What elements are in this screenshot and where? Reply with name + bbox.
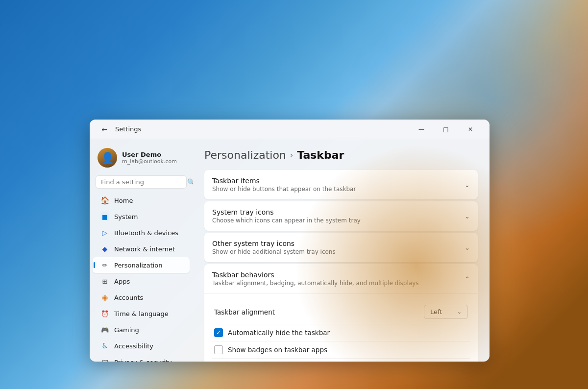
- avatar: [98, 148, 117, 168]
- taskbar-items-desc: Show or hide buttons that appear on the …: [212, 186, 356, 193]
- sidebar-item-gaming-label: Gaming: [114, 326, 139, 334]
- badges-checkbox[interactable]: [214, 345, 223, 354]
- sidebar-item-privacy[interactable]: 🛡 Privacy & security: [93, 354, 190, 362]
- sidebar-item-home[interactable]: 🏠 Home: [93, 193, 190, 208]
- search-icon: 🔍: [187, 178, 193, 186]
- taskbar-items-header[interactable]: Taskbar items Show or hide buttons that …: [204, 170, 478, 199]
- other-tray-section: Other system tray icons Show or hide add…: [204, 233, 478, 262]
- sidebar-item-gaming[interactable]: 🎮 Gaming: [93, 322, 190, 338]
- sidebar-item-personalization[interactable]: ✏ Personalization: [93, 257, 190, 273]
- home-icon: 🏠: [100, 196, 109, 205]
- taskbar-behaviors-section: Taskbar behaviors Taskbar alignment, bad…: [204, 264, 478, 362]
- user-profile: User Demo m_lab@outlook.com: [90, 143, 193, 175]
- taskbar-behaviors-desc: Taskbar alignment, badging, automaticall…: [212, 280, 419, 287]
- network-icon: ◆: [100, 244, 109, 253]
- time-icon: ⏰: [100, 309, 109, 318]
- taskbar-items-chevron-icon: ⌄: [465, 181, 470, 189]
- taskbar-behaviors-header[interactable]: Taskbar behaviors Taskbar alignment, bad…: [204, 264, 478, 294]
- badges-label: Show badges on taskbar apps: [228, 346, 327, 354]
- sidebar-item-accessibility[interactable]: ♿ Accessibility: [93, 338, 190, 354]
- window-title: Settings: [115, 125, 410, 133]
- checkmark-icon: ✓: [216, 329, 221, 336]
- title-bar: ← Settings — □ ✕: [90, 120, 490, 139]
- system-tray-header[interactable]: System tray icons Choose which icons can…: [204, 201, 478, 231]
- sidebar-item-bluetooth-label: Bluetooth & devices: [114, 229, 178, 237]
- taskbar-behaviors-title: Taskbar behaviors: [212, 271, 419, 279]
- sidebar-item-time-label: Time & language: [114, 310, 169, 317]
- search-box[interactable]: 🔍: [96, 175, 187, 189]
- sidebar-item-privacy-label: Privacy & security: [114, 359, 172, 362]
- main-content: Personalization › Taskbar Taskbar items …: [193, 139, 490, 362]
- apps-icon: ⊞: [100, 277, 109, 286]
- sidebar-item-apps-label: Apps: [114, 278, 130, 285]
- alignment-dropdown[interactable]: Left ⌄: [424, 305, 468, 319]
- taskbar-behaviors-info: Taskbar behaviors Taskbar alignment, bad…: [212, 271, 419, 287]
- autohide-row: ✓ Automatically hide the taskbar: [212, 324, 470, 341]
- system-tray-section: System tray icons Choose which icons can…: [204, 201, 478, 231]
- settings-window: ← Settings — □ ✕ User Demo m_l: [90, 120, 490, 362]
- privacy-icon: 🛡: [100, 358, 109, 362]
- other-tray-title: Other system tray icons: [212, 240, 336, 247]
- breadcrumb: Personalization › Taskbar: [204, 149, 478, 161]
- badges-row: Show badges on taskbar apps: [212, 341, 470, 359]
- taskbar-behaviors-chevron-icon: ⌃: [465, 275, 470, 283]
- sidebar-item-personalization-label: Personalization: [114, 262, 163, 269]
- alignment-label: Taskbar alignment: [214, 308, 275, 316]
- back-button[interactable]: ←: [98, 122, 111, 136]
- system-tray-chevron-icon: ⌄: [465, 213, 470, 220]
- other-tray-header[interactable]: Other system tray icons Show or hide add…: [204, 233, 478, 262]
- other-tray-chevron-icon: ⌄: [465, 244, 470, 251]
- sidebar-item-time[interactable]: ⏰ Time & language: [93, 306, 190, 321]
- system-tray-desc: Choose which icons can appear in the sys…: [212, 217, 361, 224]
- alignment-dropdown-chevron-icon: ⌄: [457, 309, 462, 315]
- personalization-icon: ✏: [100, 261, 109, 269]
- system-icon: ■: [100, 212, 109, 221]
- minimize-button[interactable]: —: [410, 122, 433, 137]
- taskbar-items-info: Taskbar items Show or hide buttons that …: [212, 177, 356, 193]
- accounts-icon: ◉: [100, 293, 109, 302]
- window-content: User Demo m_lab@outlook.com 🔍 🏠 Home ■ S…: [90, 139, 490, 362]
- sidebar-item-bluetooth[interactable]: ▷ Bluetooth & devices: [93, 225, 190, 241]
- close-button[interactable]: ✕: [459, 122, 482, 137]
- other-tray-info: Other system tray icons Show or hide add…: [212, 240, 336, 255]
- gaming-icon: 🎮: [100, 325, 109, 334]
- user-name: User Demo: [122, 151, 177, 158]
- breadcrumb-parent: Personalization: [204, 149, 286, 161]
- autohide-checkbox[interactable]: ✓: [214, 328, 223, 337]
- sidebar-item-network[interactable]: ◆ Network & internet: [93, 241, 190, 257]
- breadcrumb-chevron-icon: ›: [290, 150, 293, 160]
- sidebar: User Demo m_lab@outlook.com 🔍 🏠 Home ■ S…: [90, 139, 193, 362]
- autohide-label: Automatically hide the taskbar: [228, 329, 330, 337]
- other-tray-desc: Show or hide additional system tray icon…: [212, 248, 336, 255]
- flashing-row: Show flashing on taskbar apps: [212, 359, 470, 362]
- user-info: User Demo m_lab@outlook.com: [122, 151, 177, 165]
- taskbar-items-section: Taskbar items Show or hide buttons that …: [204, 170, 478, 199]
- sidebar-item-accounts[interactable]: ◉ Accounts: [93, 290, 190, 305]
- maximize-button[interactable]: □: [435, 122, 457, 137]
- sidebar-item-system-label: System: [114, 213, 138, 220]
- system-tray-info: System tray icons Choose which icons can…: [212, 208, 361, 224]
- sidebar-item-apps[interactable]: ⊞ Apps: [93, 273, 190, 289]
- sidebar-item-home-label: Home: [114, 197, 133, 204]
- alignment-value: Left: [430, 308, 442, 316]
- system-tray-title: System tray icons: [212, 208, 361, 216]
- sidebar-item-network-label: Network & internet: [114, 245, 175, 253]
- alignment-row: Taskbar alignment Left ⌄: [212, 300, 470, 324]
- breadcrumb-current: Taskbar: [297, 149, 344, 161]
- behaviors-content: Taskbar alignment Left ⌄ ✓ Automatically…: [204, 294, 478, 362]
- accessibility-icon: ♿: [100, 341, 109, 350]
- sidebar-item-accounts-label: Accounts: [114, 294, 143, 301]
- window-controls: — □ ✕: [410, 122, 482, 137]
- sidebar-item-accessibility-label: Accessibility: [114, 342, 153, 350]
- taskbar-items-title: Taskbar items: [212, 177, 356, 185]
- user-email: m_lab@outlook.com: [122, 158, 177, 165]
- sidebar-item-system[interactable]: ■ System: [93, 209, 190, 224]
- bluetooth-icon: ▷: [100, 228, 109, 237]
- search-input[interactable]: [101, 178, 184, 186]
